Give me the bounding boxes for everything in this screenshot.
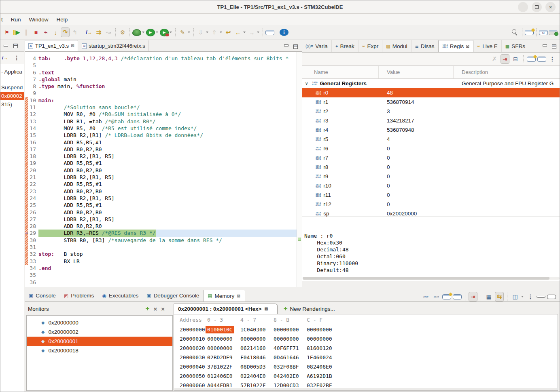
tab-varia[interactable]: (x)=Varia (302, 40, 332, 52)
build-button[interactable]: ⚙ (118, 27, 127, 37)
pin-memory-view-button[interactable] (453, 294, 462, 299)
debug-perspective-button[interactable] (549, 30, 558, 35)
memory-cell[interactable]: 032F02BF (307, 382, 340, 388)
memory-cell[interactable]: A6192D1B (307, 373, 340, 379)
disconnect-button[interactable]: ⌁ (41, 27, 50, 37)
minimize-window-button[interactable] (518, 2, 528, 12)
register-row-r7[interactable]: 1010 0101r70 (302, 153, 560, 162)
debug-menu-button-dropdown[interactable] (142, 32, 144, 33)
register-detail-pane[interactable]: Name : r0 Hex:0x30 Decimal:48 Octal:060 … (302, 217, 560, 281)
register-row-r0[interactable]: 1010 0101r048 (302, 88, 560, 97)
last-edit-location-button[interactable]: ↩ (224, 27, 233, 37)
memory-cell[interactable]: 40F6FF71 (274, 345, 307, 351)
tab-sfrs[interactable]: ▦SFRs (502, 40, 529, 52)
overview-ruler[interactable] (297, 52, 302, 287)
tab-problems[interactable]: ◩Problems (60, 290, 98, 301)
register-row-r6[interactable]: 1010 0101r60 (302, 144, 560, 153)
tab-console[interactable]: ▣Console (25, 290, 60, 301)
memory-cell[interactable]: 00000000 (207, 345, 240, 351)
register-row-r1[interactable]: 1010 0101r1536870914 (302, 97, 560, 107)
debug-application-node[interactable]: - Applica (0, 69, 24, 75)
cast-to-type-button[interactable]: ✗ (490, 54, 499, 64)
memory-cell[interactable]: 02BD2DE9 (207, 354, 240, 360)
remove-all-monitors-button[interactable]: × (161, 305, 165, 313)
forward-button-dropdown[interactable] (257, 32, 259, 33)
close-icon[interactable]: ⊠ (71, 43, 74, 48)
view-menu-button[interactable]: ⋮ (526, 292, 535, 301)
instruction-stepping-toggle[interactable]: ⇉ (94, 27, 103, 37)
step-return-button[interactable]: ↰ (70, 27, 79, 37)
monitor-item[interactable]: ◆0x20000000 (27, 318, 172, 327)
cpp-perspective-button[interactable]: C (539, 30, 548, 35)
run-menu-button[interactable]: ▶ (146, 29, 155, 36)
debug-launch-icon[interactable]: ⚑ (2, 27, 11, 37)
debug-thread-node[interactable]: Suspend (0, 84, 24, 91)
horizontal-scrollbar[interactable] (303, 277, 560, 280)
new-wizard-button[interactable]: ✎ (178, 27, 187, 37)
step-over-button[interactable]: ↷ (61, 27, 70, 37)
memory-cell[interactable]: 37B1022F (207, 364, 240, 370)
terminate-button[interactable]: ■ (32, 27, 40, 37)
memory-cell[interactable]: 12D00CD3 (274, 382, 307, 388)
monitor-item[interactable]: ◆0x20000001 (27, 337, 172, 346)
maximize-icon[interactable] (293, 44, 298, 49)
close-icon[interactable]: ⊠ (237, 293, 240, 299)
chevron-down-icon[interactable]: ∨ (305, 81, 308, 86)
link-memory-toggle[interactable]: ⇥ (469, 292, 477, 301)
maximize-view-button[interactable] (547, 295, 556, 299)
memory-cell[interactable]: 0D461646 (274, 354, 307, 360)
minimize-icon[interactable] (543, 44, 547, 46)
column-value[interactable]: Value (379, 66, 454, 78)
memory-cell[interactable]: 022404E0 (240, 373, 274, 379)
column-name[interactable]: Name (302, 66, 379, 78)
monitor-item[interactable]: ◆0x20000002 (27, 327, 172, 337)
view-menu-button[interactable]: ⋮ (548, 54, 557, 64)
memory-cell[interactable]: 00000000 (240, 336, 274, 342)
memory-cell[interactable]: 08D005D3 (240, 364, 274, 370)
register-row-r11[interactable]: 1010 0101r110 (302, 190, 560, 200)
next-annotation-button-dropdown[interactable] (206, 32, 208, 33)
close-window-button[interactable]: × (545, 2, 556, 12)
memory-cell[interactable]: 00000000 (274, 336, 307, 342)
new-memory-view-button[interactable] (442, 294, 451, 299)
register-row-r12[interactable]: 1010 0101r120 (302, 200, 560, 209)
step-icon[interactable]: i→ (2, 55, 8, 61)
memory-cell[interactable]: 0100010C (207, 326, 240, 333)
occurrence-marker[interactable] (298, 238, 301, 241)
memory-horizontal-scrollbar[interactable] (174, 388, 557, 390)
previous-annotation-button[interactable]: ⇧ (210, 27, 219, 37)
split-pane-button-dropdown[interactable] (521, 296, 524, 297)
memory-cell[interactable]: 00000000 (274, 327, 307, 333)
back-button[interactable]: ← (233, 27, 242, 37)
minimize-view-button[interactable] (537, 296, 545, 298)
minimize-icon[interactable] (4, 45, 8, 47)
tab-disas[interactable]: ≣Disas (412, 40, 439, 52)
forward-button[interactable]: → (247, 27, 256, 37)
previous-annotation-button-dropdown[interactable] (220, 32, 222, 33)
remove-monitor-button[interactable]: × (153, 305, 157, 313)
collapse-all-button[interactable]: ⊟ (511, 54, 520, 64)
register-row-r5[interactable]: 1010 0101r54 (302, 135, 560, 144)
step-into-button[interactable]: ↓ (51, 27, 60, 37)
switch-memory-button[interactable]: ⇆ (495, 292, 504, 301)
code-editor[interactable]: 4tab: .byte 1,12,28,4,3 /*déclaration d'… (25, 52, 302, 287)
memory-cell[interactable]: 1C040300 (240, 327, 274, 333)
register-group-row[interactable]: ∨1010 0101General RegistersGeneral Purpo… (302, 79, 560, 88)
memory-column-4[interactable]: C - F (307, 317, 340, 323)
memory-cell[interactable]: 042402E0 (274, 373, 307, 379)
maximize-icon[interactable] (13, 44, 18, 48)
memory-rendering-tab[interactable]: 0x20000001 : 0x20000001 <Hex> ⊠ (174, 303, 278, 314)
add-monitor-button[interactable]: + (146, 305, 150, 313)
debug-frame-node[interactable]: 315) (0, 101, 24, 107)
memory-cell[interactable]: 57B1022F (240, 382, 274, 388)
new-wizard-button-dropdown[interactable] (188, 32, 190, 33)
memory-cell[interactable]: 082408E0 (307, 364, 340, 370)
memory-cell[interactable]: F0418046 (240, 354, 274, 360)
tab-modul[interactable]: ▤Modul (382, 40, 411, 52)
menu-item-run[interactable]: Run (7, 15, 25, 24)
memory-column-0[interactable]: Address (174, 317, 207, 323)
register-row-r10[interactable]: 1010 0101r100 (302, 181, 560, 190)
memory-cell[interactable]: 00000000 (307, 327, 340, 333)
menu-item-window[interactable]: Window (25, 15, 53, 24)
editor-tab-TP1_ex1_v3.s[interactable]: STP1_ex1_v3.s⊠ (25, 40, 78, 51)
